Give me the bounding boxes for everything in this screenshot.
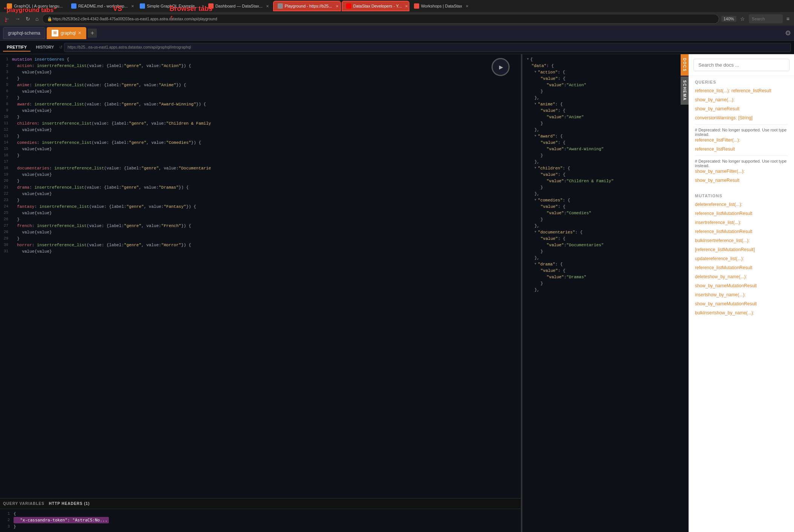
reload-button[interactable]: ↻	[24, 14, 32, 23]
tab-close-icon[interactable]: ✕	[405, 4, 408, 8]
docs-link-update-ref-result[interactable]: reference_listMutationResult	[695, 265, 752, 270]
query-variables-tab[interactable]: QUERY VARIABLES	[3, 502, 44, 506]
add-tab-button[interactable]: +	[88, 29, 97, 38]
docs-link-ref-result[interactable]: reference_listResult	[695, 146, 735, 152]
collapse-icon[interactable]: ▼	[534, 230, 536, 233]
forward-button[interactable]: →	[14, 14, 22, 23]
docs-tab-button[interactable]: DOCS	[681, 54, 689, 76]
line-number: 20	[2, 179, 12, 183]
collapse-icon[interactable]: ▼	[527, 57, 529, 61]
tab-label: DataStax Developers - Y...	[353, 4, 402, 8]
http-headers-tab[interactable]: HTTP HEADERS (1)	[49, 502, 90, 506]
docs-link-bulk-insert-ref-result[interactable]: [reference_listMutationResult]	[695, 247, 755, 252]
collapse-icon[interactable]: ▼	[534, 102, 536, 105]
tab-close-icon[interactable]: ✕	[202, 4, 203, 8]
json-key: "value"	[541, 108, 558, 113]
line-content: value{value}	[12, 89, 52, 94]
docs-link-show-result[interactable]: show_by_nameResult	[695, 106, 739, 111]
tab-close-icon[interactable]: ✕	[78, 30, 81, 35]
docs-link-reference-list[interactable]: reference_list(...): reference_listResul…	[695, 88, 771, 93]
playground-tab-graphql[interactable]: M graphql ✕	[47, 27, 86, 39]
browser-toolbar: ← → ↻ ⌂ 🔒 https://b253f3e2-c9e4-4342-9ad…	[0, 12, 794, 26]
line-number: 2	[3, 518, 14, 522]
code-line-11: 11 children: insertreference_list(value:…	[0, 121, 521, 128]
favicon-icon	[140, 3, 145, 9]
docs-link-conversion[interactable]: conversionWarnings: [String]	[695, 115, 753, 120]
docs-item: show_by_nameMutationResult	[695, 300, 788, 307]
line-content: french: insertreference_list(value: {lab…	[12, 224, 191, 228]
line-content: value{value}	[12, 249, 52, 254]
docs-link-delete-show-result[interactable]: show_by_nameMutationResult	[695, 283, 757, 288]
docs-link-delete-ref-result[interactable]: reference_listMutationResult	[695, 211, 752, 216]
tab-m-icon: M	[52, 30, 58, 37]
line-content: }	[12, 236, 20, 241]
json-line: "value": {	[525, 172, 678, 179]
collapse-icon[interactable]: ▼	[534, 198, 536, 201]
json-line: "value": {	[525, 236, 678, 243]
bookmark-button[interactable]: ☆	[739, 14, 747, 23]
docs-link-delete-ref[interactable]: deletereference_list(...):	[695, 202, 742, 207]
line-content: drama: insertreference_list(value: {labe…	[12, 185, 189, 190]
json-line: "data": {	[525, 64, 678, 70]
collapse-icon[interactable]: ▼	[534, 262, 536, 265]
docs-link-insert-ref[interactable]: insertreference_list(...):	[695, 220, 741, 225]
line-content: anime: insertreference_list(value: {labe…	[12, 83, 186, 87]
docs-link-ref-filter[interactable]: reference_listFilter(...):	[695, 137, 740, 143]
docs-link-insert-show-result[interactable]: show_by_nameMutationResult	[695, 301, 757, 306]
tab-close-icon[interactable]: ✕	[131, 4, 134, 8]
tab-label: Dashboard — DataStax...	[215, 4, 263, 8]
collapse-icon[interactable]: ▼	[534, 70, 536, 73]
docs-link-delete-show[interactable]: deleteshow_by_name(...):	[695, 274, 747, 279]
docs-link-show-name-result[interactable]: show_by_nameResult	[695, 178, 739, 183]
graphql-endpoint-url[interactable]: https://b25...ea-us-east1.apps.astra.dat…	[64, 43, 791, 52]
json-value: "Documentaries"	[566, 243, 604, 247]
home-button[interactable]: ⌂	[34, 14, 40, 23]
browser-tab-datastax[interactable]: DataStax Developers - Y... ✕	[342, 1, 409, 11]
docs-link-insert-ref-result[interactable]: reference_listMutationResult	[695, 229, 752, 234]
menu-button[interactable]: ≡	[785, 14, 791, 23]
collapse-icon[interactable]: ▼	[534, 134, 536, 137]
collapse-icon[interactable]: ▼	[534, 166, 536, 169]
docs-search-input[interactable]	[693, 59, 789, 71]
tab-close-icon[interactable]: ✕	[336, 4, 339, 8]
code-line-18: 18 documentaries: insertreference_list(v…	[0, 166, 521, 172]
docs-link-show-by-name[interactable]: show_by_name(...):	[695, 97, 734, 102]
browser-tab-simple[interactable]: Simple GraphQL Example... ✕	[136, 1, 204, 11]
docs-link-bulk-insert-ref[interactable]: bulkInsertreference_list(...):	[695, 238, 750, 243]
section-divider	[695, 155, 788, 156]
docs-link-bulk-insert-show[interactable]: bulkInsertshow_by_name(...):	[695, 310, 754, 316]
prettify-button[interactable]: PRETTIFY	[3, 43, 31, 52]
json-key: "data"	[531, 64, 547, 68]
browser-tab-workshops[interactable]: Workshops | DataStax ✕	[410, 1, 472, 11]
playground-tab-schema[interactable]: graphql-schema	[3, 27, 45, 39]
execute-query-button[interactable]	[492, 58, 510, 76]
history-button[interactable]: HISTORY	[32, 43, 58, 52]
back-button[interactable]: ←	[3, 14, 11, 23]
code-line-30: 30 horror: insertreference_list(value: {…	[0, 243, 521, 249]
line-content: {	[14, 511, 16, 516]
docs-item: reference_listMutationResult	[695, 210, 788, 217]
line-number: 12	[2, 128, 12, 132]
favicon-icon	[208, 3, 214, 9]
browser-tab-playground[interactable]: Playground - https://b25... ✕	[273, 1, 341, 11]
docs-item: deletereference_list(...):	[695, 201, 788, 208]
schema-tab-button[interactable]: SCHEMA	[681, 76, 689, 105]
docs-link-insert-show[interactable]: insertshow_by_name(...):	[695, 292, 746, 297]
tab-close-icon[interactable]: ✕	[466, 4, 469, 8]
editor-panel: 1 mutation insertGenres { 2 action: inse…	[0, 54, 522, 532]
docs-link-update-ref[interactable]: updatereference_list(...):	[695, 256, 744, 261]
address-bar[interactable]: 🔒 https://b253f3e2-c9e4-4342-9ad8-475a00…	[42, 14, 719, 24]
browser-search-input[interactable]	[749, 14, 783, 23]
json-value: "Comedies"	[566, 211, 591, 215]
json-key: "value"	[547, 115, 564, 119]
line-content: value{value}	[12, 108, 52, 113]
docs-link-show-filter[interactable]: show_by_nameFilter(...):	[695, 169, 745, 174]
browser-tab-readme[interactable]: README.md - workshop... ✕	[67, 1, 135, 11]
browser-tab-graphql[interactable]: GraphQL | A query langu...	[3, 1, 67, 11]
tab-close-icon[interactable]: ✕	[266, 4, 269, 8]
settings-gear-icon[interactable]: ⚙	[785, 29, 791, 37]
json-brace: {	[530, 57, 533, 62]
code-editor[interactable]: 1 mutation insertGenres { 2 action: inse…	[0, 54, 521, 498]
tab-label: Playground - https://b25...	[285, 4, 332, 8]
browser-tab-dashboard[interactable]: Dashboard — DataStax... ✕	[205, 1, 272, 11]
